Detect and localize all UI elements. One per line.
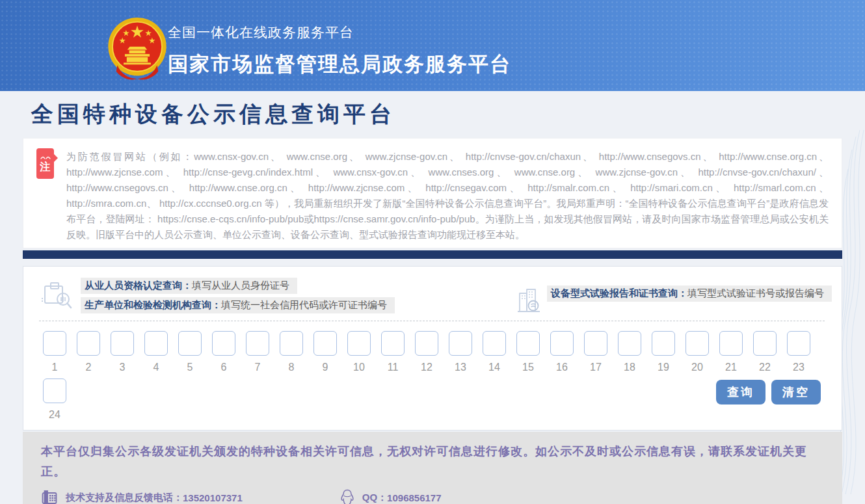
code-input-15[interactable] xyxy=(516,331,540,356)
code-input-21[interactable] xyxy=(719,331,743,356)
code-cell: 1 xyxy=(43,331,66,373)
code-input-13[interactable] xyxy=(449,331,472,356)
code-cell: 13 xyxy=(449,331,472,373)
search-button[interactable]: 查询 xyxy=(716,380,765,405)
code-input-7[interactable] xyxy=(246,331,269,356)
code-cell-number: 11 xyxy=(388,362,399,373)
type-test-query-hint: 填写型式试验证书号或报告编号 xyxy=(687,287,824,298)
code-input-19[interactable] xyxy=(652,331,675,356)
code-input-2[interactable] xyxy=(77,331,100,356)
qq-penguin-icon xyxy=(340,489,354,504)
qq-number: 1096856177 xyxy=(387,492,441,503)
person-query-row: 从业人员资格认定查询：填写从业人员身份证号 xyxy=(81,278,297,294)
code-input-23[interactable] xyxy=(787,331,810,356)
code-cell-number: 18 xyxy=(624,362,635,373)
query-instructions: 从业人员资格认定查询：填写从业人员身份证号 生产单位和检验检测机构查询：填写统一… xyxy=(23,267,842,317)
code-cell: 14 xyxy=(483,331,506,373)
code-input-4[interactable] xyxy=(144,331,168,356)
national-platform-subtitle: 全国一体化在线政务服务平台 xyxy=(168,23,511,42)
person-query-hint: 填写从业人员身份证号 xyxy=(192,280,289,291)
code-cell-number: 2 xyxy=(86,362,92,373)
footer-panel: 本平台仅归集公示各级发证机关颁发的特种设备相关许可信息，无权对许可信息进行修改。… xyxy=(23,432,842,504)
smile-face-icon xyxy=(40,155,51,161)
right-query-group: 设备型式试验报告和证书查询：填写型式试验证书号或报告编号 xyxy=(517,285,832,313)
code-cell-number: 22 xyxy=(759,362,771,373)
china-national-emblem-icon xyxy=(106,17,168,81)
code-cell: 22 xyxy=(753,331,777,373)
unit-query-label: 生产单位和检验检测机构查询： xyxy=(85,299,221,310)
code-input-22[interactable] xyxy=(753,331,777,356)
code-cell: 10 xyxy=(347,331,371,373)
code-cell: 21 xyxy=(719,331,743,373)
code-input-16[interactable] xyxy=(550,331,574,356)
code-cells-row1: 1234567891011121314151617181920212223 xyxy=(23,321,842,373)
code-input-17[interactable] xyxy=(584,331,607,356)
code-cell: 4 xyxy=(144,331,168,373)
page-title: 全国特种设备公示信息查询平台 xyxy=(31,99,865,129)
phone-label: 技术支持及信息反馈电话： xyxy=(66,492,183,504)
code-input-14[interactable] xyxy=(483,331,506,356)
code-input-8[interactable] xyxy=(280,331,303,356)
disclaimer-text: 本平台仅归集公示各级发证机关颁发的特种设备相关许可信息，无权对许可信息进行修改。… xyxy=(41,442,824,482)
section-divider-bar xyxy=(23,250,842,259)
code-cell-number: 17 xyxy=(590,362,602,373)
code-cell-number: 23 xyxy=(793,362,805,373)
code-cell-number: 19 xyxy=(658,362,669,373)
code-cell-number: 12 xyxy=(421,362,432,373)
code-cell: 11 xyxy=(381,331,405,373)
code-cell-number: 24 xyxy=(49,409,60,421)
phone-number: 13520107371 xyxy=(183,492,243,503)
code-input-9[interactable] xyxy=(313,331,337,356)
code-input-6[interactable] xyxy=(212,331,235,356)
code-cell: 16 xyxy=(550,331,574,373)
code-cell-number: 4 xyxy=(153,362,159,373)
code-cell-number: 6 xyxy=(221,362,227,373)
code-cell: 19 xyxy=(652,331,675,373)
code-row2: 24 查询 清空 xyxy=(23,373,842,421)
code-cell: 18 xyxy=(618,331,641,373)
code-cell: 12 xyxy=(415,331,438,373)
code-cell: 17 xyxy=(584,331,607,373)
note-badge-label: 注 xyxy=(40,161,51,173)
code-cell-number: 20 xyxy=(691,362,703,373)
code-input-20[interactable] xyxy=(685,331,709,356)
query-buttons: 查询 清空 xyxy=(716,380,821,405)
fax-phone-icon xyxy=(41,490,58,504)
qq-label: QQ： xyxy=(362,492,387,504)
type-test-query-row: 设备型式试验报告和证书查询：填写型式试验证书号或报告编号 xyxy=(547,285,832,302)
code-input-10[interactable] xyxy=(347,331,371,356)
note-badge-icon: 注 xyxy=(36,148,54,179)
code-cell: 24 xyxy=(43,378,66,421)
query-panel: 从业人员资格认定查询：填写从业人员身份证号 生产单位和检验检测机构查询：填写统一… xyxy=(23,266,842,431)
code-cell: 15 xyxy=(516,331,540,373)
main-content: 全国特种设备公示信息查询平台 注 为防范假冒网站（例如：www.cnsx-gov… xyxy=(0,99,865,504)
code-input-12[interactable] xyxy=(415,331,438,356)
unit-query-row: 生产单位和检验检测机构查询：填写统一社会信用代码或许可证书编号 xyxy=(81,297,395,313)
code-input-5[interactable] xyxy=(178,331,202,356)
left-query-labels: 从业人员资格认定查询：填写从业人员身份证号 生产单位和检验检测机构查询：填写统一… xyxy=(81,278,395,313)
code-cell: 23 xyxy=(787,331,810,373)
code-cell-number: 15 xyxy=(522,362,534,373)
code-cell: 2 xyxy=(77,331,100,373)
code-input-1[interactable] xyxy=(43,331,66,356)
qq-contact: QQ：1096856177 xyxy=(340,489,442,504)
phone-contact: 技术支持及信息反馈电话：13520107371 xyxy=(41,490,243,504)
building-search-icon xyxy=(517,287,540,313)
code-cell-number: 3 xyxy=(120,362,126,373)
code-cell: 9 xyxy=(313,331,337,373)
code-cell-number: 1 xyxy=(52,362,58,373)
code-input-11[interactable] xyxy=(381,331,405,356)
code-input-24[interactable] xyxy=(43,378,66,403)
code-cell-number: 16 xyxy=(556,362,568,373)
package-search-icon xyxy=(40,279,73,309)
code-cell-number: 10 xyxy=(353,362,365,373)
anti-fake-notice-text: 为防范假冒网站（例如：www.cnsx-gov.cn、 www.cnse.org… xyxy=(66,149,829,243)
code-input-18[interactable] xyxy=(618,331,641,356)
clear-button[interactable]: 清空 xyxy=(771,380,821,405)
code-cell: 3 xyxy=(111,331,134,373)
code-input-3[interactable] xyxy=(111,331,134,356)
code-cell: 5 xyxy=(178,331,202,373)
code-cell: 20 xyxy=(685,331,709,373)
type-test-query-label: 设备型式试验报告和证书查询： xyxy=(551,287,687,298)
code-cell-number: 5 xyxy=(187,362,193,373)
